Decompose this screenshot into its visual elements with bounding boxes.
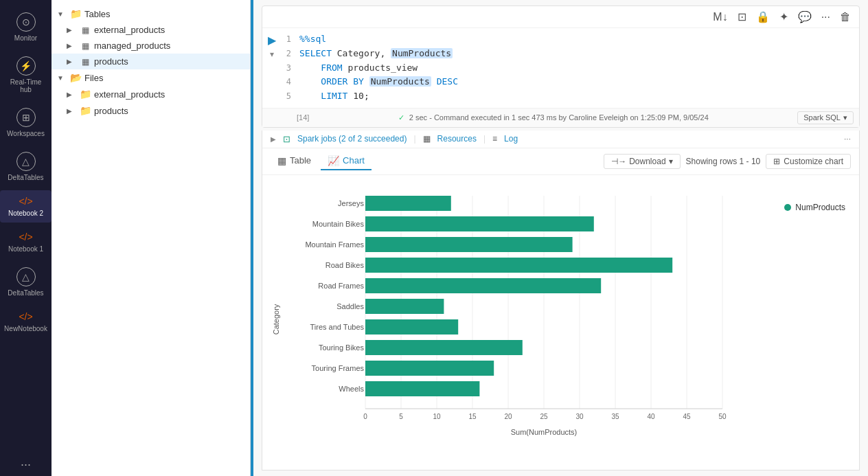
svg-rect-34 xyxy=(365,278,601,293)
tree-item-products[interactable]: ▶ ▦ products xyxy=(52,54,250,69)
code-line-3: 3 FROM products_view xyxy=(282,61,854,76)
code-line-5: 5 LIMIT 10; xyxy=(282,89,854,104)
table-products-icon: ▦ xyxy=(79,57,91,67)
resources-icon: ▦ xyxy=(423,134,431,144)
folder-tables-icon: 📁 xyxy=(69,8,82,19)
code-line-1: 1 %%sql xyxy=(282,32,854,47)
customize-icon: ⊞ xyxy=(773,157,780,166)
svg-text:Touring Frames: Touring Frames xyxy=(312,364,365,372)
svg-rect-36 xyxy=(365,299,444,314)
sidebar-label-realtime: Real-Time hub xyxy=(3,78,48,93)
cell-btn-md[interactable]: M↓ xyxy=(710,10,730,25)
table-managed-icon: ▦ xyxy=(79,41,91,51)
chart-wrapper: Category xyxy=(262,175,859,450)
table-external-icon: ▦ xyxy=(79,25,91,35)
run-button[interactable]: ▶ xyxy=(268,34,276,47)
spark-sql-dropdown[interactable]: Spark SQL ▾ xyxy=(797,111,854,124)
collapse-button[interactable]: ▾ xyxy=(270,49,274,59)
tree-item-files-external[interactable]: ▶ 📁 external_products xyxy=(52,86,250,102)
file-tree-panel: ▼ 📁 Tables ▶ ▦ external_products ▶ ▦ man… xyxy=(52,0,251,476)
chevron-tables: ▼ xyxy=(57,10,67,18)
spark-sep2: | xyxy=(483,134,486,144)
cell-btn-star[interactable]: ✦ xyxy=(777,9,791,25)
main-content: M↓ ⊡ 🔒 ✦ 💬 ··· 🗑 ▶ ▾ 1 xyxy=(251,0,868,476)
code-line-4: 4 ORDER BY NumProducts DESC xyxy=(282,75,854,89)
spark-expand-btn[interactable]: ▶ xyxy=(271,135,276,143)
sidebar-item-realtime[interactable]: ⚡ Real-Time hub xyxy=(0,51,52,99)
svg-text:5: 5 xyxy=(399,413,403,420)
sidebar-item-newnotebook[interactable]: </> NewNotebook xyxy=(0,306,52,338)
spark-more-btn[interactable]: ··· xyxy=(844,134,851,144)
chevron-files-prod: ▶ xyxy=(67,107,76,115)
svg-text:10: 10 xyxy=(433,413,441,420)
resources-link[interactable]: Resources xyxy=(437,134,477,144)
cell-btn-more[interactable]: ··· xyxy=(819,10,833,25)
sidebar-label-deltatables-bottom: DeltaTables xyxy=(8,289,43,297)
code-editor[interactable]: 1 %%sql 2 SELECT Category, NumProducts 3… xyxy=(282,32,854,104)
chart-tab-label: Chart xyxy=(343,155,365,166)
tree-label-products: products xyxy=(94,56,244,67)
sidebar-item-deltatables-bottom[interactable]: △ DeltaTables xyxy=(0,262,52,302)
sidebar-item-notebook1[interactable]: </> Notebook 1 xyxy=(0,226,52,258)
cell-run-area: ▶ ▾ 1 %%sql 2 SELECT Category, NumProduc… xyxy=(262,28,859,108)
svg-text:Touring Bikes: Touring Bikes xyxy=(319,343,365,352)
cell-toolbar: M↓ ⊡ 🔒 ✦ 💬 ··· 🗑 xyxy=(262,6,859,28)
svg-rect-38 xyxy=(365,319,458,335)
execution-info: 2 sec - Command executed in 1 sec 473 ms… xyxy=(409,113,709,122)
tree-item-managed-products[interactable]: ▶ ▦ managed_products xyxy=(52,38,250,54)
cell-btn-delete[interactable]: 🗑 xyxy=(837,10,854,25)
svg-text:40: 40 xyxy=(647,413,655,420)
sidebar: ⊙ Monitor ⚡ Real-Time hub ⊞ Workspaces △… xyxy=(0,0,52,476)
sidebar-more-btn[interactable]: ... xyxy=(21,455,31,469)
folder-files-icon: 📂 xyxy=(69,72,82,83)
svg-text:30: 30 xyxy=(575,413,584,420)
svg-text:50: 50 xyxy=(718,413,727,420)
output-tabs: ▦ Table 📈 Chart ⊣→ Download ▾ Showing r xyxy=(262,148,859,175)
download-btn[interactable]: ⊣→ Download ▾ xyxy=(604,154,680,169)
tree-item-files[interactable]: ▼ 📂 Files xyxy=(52,69,250,86)
tree-item-tables[interactable]: ▼ 📁 Tables xyxy=(52,5,250,22)
chevron-files-ext: ▶ xyxy=(67,91,76,98)
sidebar-label-newnotebook: NewNotebook xyxy=(4,325,47,332)
svg-text:Road Bikes: Road Bikes xyxy=(326,261,365,269)
svg-rect-40 xyxy=(365,340,523,355)
svg-rect-28 xyxy=(365,216,594,231)
svg-text:Jerseys: Jerseys xyxy=(338,199,364,207)
tree-label-managed: managed_products xyxy=(94,41,244,51)
customize-chart-btn[interactable]: ⊞ Customize chart xyxy=(766,154,851,169)
spark-jobs-bar: ▶ ⊡ Spark jobs (2 of 2 succeeded) | ▦ Re… xyxy=(262,131,860,148)
chart-area: Category xyxy=(269,182,770,443)
legend-label-numproducts: NumProducts xyxy=(795,203,845,212)
cell-btn-clone[interactable]: ⊡ xyxy=(735,9,749,25)
chevron-products: ▶ xyxy=(67,58,76,65)
notebook1-icon: </> xyxy=(19,231,32,242)
realtime-icon: ⚡ xyxy=(16,56,36,76)
chevron-external: ▶ xyxy=(67,26,76,34)
svg-rect-30 xyxy=(365,237,573,252)
sidebar-item-workspaces[interactable]: ⊞ Workspaces xyxy=(0,102,52,143)
tab-chart[interactable]: 📈 Chart xyxy=(321,152,372,170)
spark-jobs-link[interactable]: Spark jobs (2 of 2 succeeded) xyxy=(297,134,407,144)
chevron-files: ▼ xyxy=(57,74,67,82)
sidebar-item-monitor[interactable]: ⊙ Monitor xyxy=(0,7,52,47)
tree-item-files-products[interactable]: ▶ 📁 products xyxy=(52,102,250,119)
notebook2-icon: </> xyxy=(19,196,32,207)
svg-rect-44 xyxy=(365,381,479,396)
table-tab-label: Table xyxy=(290,155,311,166)
cell-btn-lock[interactable]: 🔒 xyxy=(753,9,773,25)
success-icon: ✓ xyxy=(398,113,404,122)
cell-footer: [14] ✓ 2 sec - Command executed in 1 sec… xyxy=(262,108,859,127)
svg-text:Mountain Bikes: Mountain Bikes xyxy=(312,220,365,228)
tree-item-external-products[interactable]: ▶ ▦ external_products xyxy=(52,22,250,38)
svg-rect-32 xyxy=(365,258,672,273)
log-link[interactable]: Log xyxy=(504,134,518,144)
cell-btn-comment[interactable]: 💬 xyxy=(795,9,814,25)
tab-table[interactable]: ▦ Table xyxy=(271,152,318,170)
workspaces-icon: ⊞ xyxy=(16,108,36,127)
sidebar-item-deltatables-top[interactable]: △ DeltaTables xyxy=(0,146,52,187)
cell-status: ✓ 2 sec - Command executed in 1 sec 473 … xyxy=(398,113,709,122)
tree-label-external: external_products xyxy=(94,25,244,35)
sidebar-label-workspaces: Workspaces xyxy=(7,130,45,137)
svg-text:35: 35 xyxy=(611,413,619,420)
sidebar-item-notebook2[interactable]: </> Notebook 2 xyxy=(0,190,52,223)
